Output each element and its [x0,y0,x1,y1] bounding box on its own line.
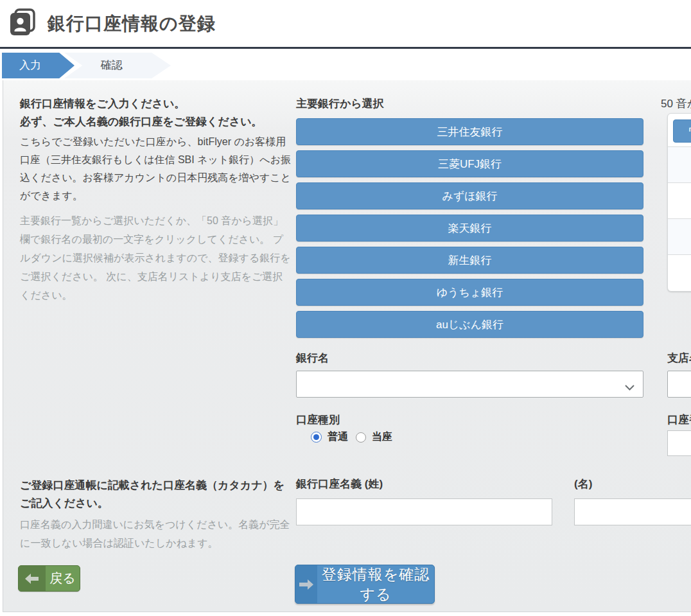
form-panel: 銀行口座情報をご入力ください。 必ず、ご本人名義の銀行口座をご登録ください。 こ… [3,80,691,612]
back-arrow-icon [19,566,46,591]
radio-toza-label: 当座 [372,430,392,444]
holder-note-block: ご登録口座通帳に記載された口座名義（カタカナ）をご記入ください。 口座名義の入力… [20,477,295,552]
bank-button-mufg[interactable]: 三菱UFJ銀行 [296,150,643,177]
kana-row [668,146,691,182]
account-type-radio-group: 普通 当座 [311,430,392,444]
kana-row: ワ [668,114,691,146]
bank-name-select[interactable] [296,371,643,398]
submit-button-label: 登録情報を確認する [317,565,434,603]
back-button[interactable]: 戻る [18,565,80,592]
holder-note-bold: ご登録口座通帳に記載された口座名義（カタカナ）をご記入ください。 [20,477,295,513]
step-tabbar: 入力 確認 [0,47,691,80]
bank-button-smbc[interactable]: 三井住友銀行 [296,118,643,145]
major-bank-label: 主要銀行から選択 [296,96,643,111]
radio-futsu-label: 普通 [328,430,348,444]
kana-select-label: 50 音から選択 [661,96,691,111]
kana-row [668,182,691,218]
instruction-bold-1: 銀行口座情報をご入力ください。 [20,95,292,113]
branch-name-select[interactable] [667,371,691,398]
last-name-label: 銀行口座名義 (姓) [296,477,383,491]
account-type-label: 口座種別 [296,412,340,427]
bank-name-label: 銀行名 [296,351,329,365]
submit-button[interactable]: 登録情報を確認する [295,565,435,604]
kana-row [668,254,691,290]
bank-button-mizuho[interactable]: みずほ銀行 [296,182,643,209]
forward-arrow-icon [295,565,317,603]
kana-key-wa[interactable]: ワ [673,119,691,143]
account-number-input[interactable] [667,430,691,456]
kana-select-table: ワ [667,113,691,292]
holder-note-text: 口座名義の入力間違いにお気をつけください。名義が完全に一致しない場合は認証いたし… [20,515,295,552]
instruction-bold-2: 必ず、ご本人名義の銀行口座をご登録ください。 [20,113,292,131]
instructions-block: 銀行口座情報をご入力ください。 必ず、ご本人名義の銀行口座をご登録ください。 こ… [20,95,292,304]
kana-row [668,218,691,254]
radio-toza[interactable] [356,432,366,443]
step-input: 入力 [2,53,74,78]
radio-dot [313,434,319,440]
bank-button-aujibun[interactable]: auじぶん銀行 [296,311,643,338]
radio-futsu[interactable] [311,432,322,443]
step-confirm: 確認 [64,53,171,78]
instruction-note: 主要銀行一覧からご選択いただくか、「50 音から選択」欄で銀行名の最初の一文字を… [20,211,292,304]
instruction-body: こちらでご登録いただいた口座から、bitFlyer のお客様用口座（三井住友銀行… [20,133,292,205]
page-title: 銀行口座情報の登録 [48,12,216,36]
last-name-input[interactable] [296,498,552,525]
bank-button-yucho[interactable]: ゆうちょ銀行 [296,279,643,306]
back-button-label: 戻る [46,566,80,591]
contacts-book-icon [8,8,37,40]
bank-account-registration-page: 銀行口座情報の登録 入力 確認 銀行口座情報をご入力ください。 必ず、ご本人名義… [0,0,691,616]
account-number-label: 口座番号 [667,412,691,427]
branch-name-label: 支店名 [667,351,691,365]
major-bank-section: 主要銀行から選択 三井住友銀行 三菱UFJ銀行 みずほ銀行 楽天銀行 新生銀行 … [296,96,643,343]
bank-button-rakuten[interactable]: 楽天銀行 [296,215,643,242]
chevron-down-icon [625,382,634,393]
bank-button-shinsei[interactable]: 新生銀行 [296,247,643,274]
first-name-label: (名) [574,477,592,491]
first-name-input[interactable] [574,498,691,525]
page-header: 銀行口座情報の登録 [8,8,216,40]
